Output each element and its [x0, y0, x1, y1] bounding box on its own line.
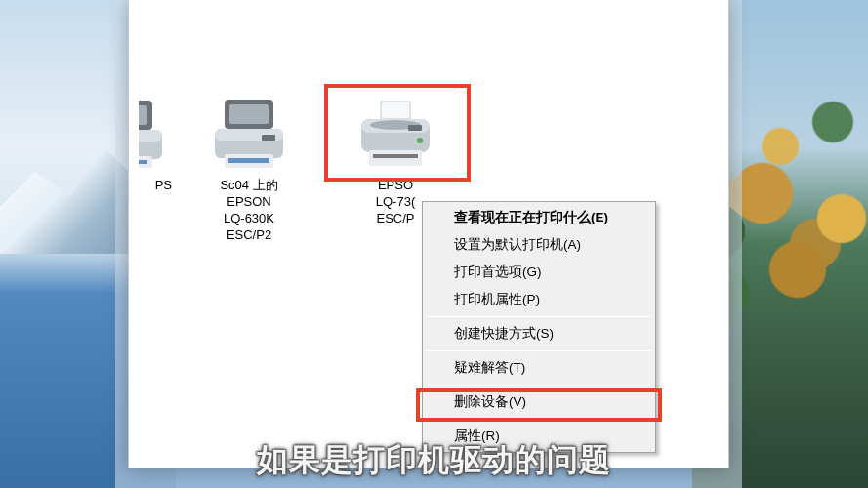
label-line: LQ-630K	[224, 211, 274, 225]
inkjet-printer-icon	[351, 96, 439, 174]
svg-rect-20	[373, 154, 418, 158]
menu-item-printer-properties[interactable]: 打印机属性(P)	[425, 286, 653, 313]
printer-label: PS	[153, 178, 172, 194]
label-line: ESC/P2	[227, 227, 271, 242]
label-line: EPSON	[227, 194, 271, 209]
menu-item-properties[interactable]: 属性(R)	[425, 423, 653, 450]
svg-rect-5	[139, 160, 147, 164]
printer-item-sc04-epson-lq630k[interactable]: Sc04 上的 EPSON LQ-630K ESC/P2	[176, 88, 322, 252]
svg-rect-13	[381, 102, 410, 119]
menu-item-set-default-printer[interactable]: 设置为默认打印机(A)	[425, 231, 653, 259]
svg-rect-12	[228, 158, 269, 163]
menu-item-troubleshoot[interactable]: 疑难解答(T)	[425, 354, 653, 382]
printer-icon	[139, 96, 172, 174]
label-line: EPSO	[378, 178, 413, 192]
multifunction-printer-icon	[139, 96, 172, 174]
label-line: ESC/P	[376, 211, 414, 225]
menu-separator	[427, 419, 651, 420]
printer-icon	[351, 96, 439, 174]
label-line: LQ-73(	[376, 194, 415, 209]
printer-icon	[205, 96, 293, 174]
printer-label: EPSO LQ-73( ESC/P	[376, 178, 415, 227]
menu-item-remove-device[interactable]: 删除设备(V)	[425, 388, 653, 416]
svg-rect-10	[262, 135, 275, 141]
svg-rect-3	[139, 130, 162, 142]
menu-item-create-shortcut[interactable]: 创建快捷方式(S)	[425, 320, 653, 347]
printer-label: Sc04 上的 EPSON LQ-630K ESC/P2	[220, 178, 277, 244]
svg-rect-17	[408, 125, 422, 131]
printer-context-menu: 查看现在正在打印什么(E) 设置为默认打印机(A) 打印首选项(G) 打印机属性…	[422, 201, 656, 453]
svg-point-18	[417, 138, 423, 143]
printer-item-partial[interactable]: PS	[129, 88, 176, 202]
label-line: Sc04 上的	[220, 178, 277, 192]
menu-item-printing-preferences[interactable]: 打印首选项(G)	[425, 259, 653, 286]
svg-rect-1	[139, 105, 147, 125]
multifunction-printer-icon	[205, 96, 293, 174]
svg-rect-7	[229, 104, 269, 124]
menu-item-see-whats-printing[interactable]: 查看现在正在打印什么(E)	[425, 204, 653, 231]
menu-separator	[427, 350, 651, 351]
menu-separator	[427, 316, 651, 317]
menu-separator	[427, 385, 651, 386]
